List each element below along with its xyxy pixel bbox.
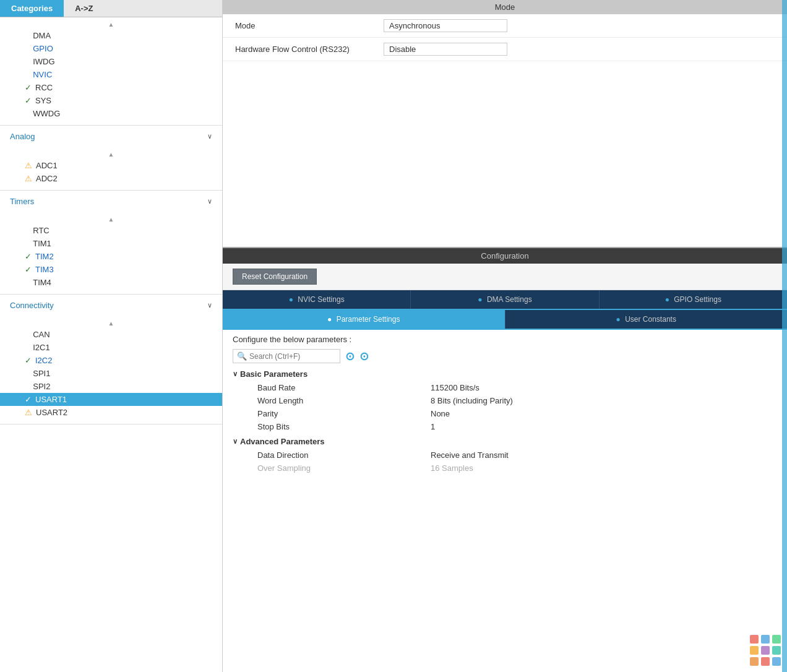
sidebar-item-tim3[interactable]: ✓ TIM3 (0, 263, 222, 276)
rtc-label: RTC (33, 226, 49, 235)
tab-check-user: ● (616, 315, 621, 324)
spi1-label: SPI1 (33, 369, 50, 378)
data-dir-value[interactable]: Receive and Transmit (431, 450, 509, 460)
sidebar-item-usart2[interactable]: ⚠ USART2 (0, 406, 222, 419)
param-row-stop: Stop Bits 1 (233, 420, 777, 433)
advanced-params-label: Advanced Parameters (240, 437, 325, 446)
sidebar-item-sys[interactable]: ✓ SYS (0, 94, 222, 107)
tab-check-nvic: ● (289, 295, 293, 304)
sys-label: SYS (35, 96, 51, 105)
sidebar-item-dma[interactable]: DMA (0, 29, 222, 42)
sidebar: Categories A->Z ▲ DMA GPIO (0, 0, 223, 672)
sidebar-item-adc2[interactable]: ⚠ ADC2 (0, 172, 222, 185)
sidebar-item-i2c2[interactable]: ✓ I2C2 (0, 354, 222, 367)
param-row-parity: Parity None (233, 407, 777, 420)
mode-spacer (223, 61, 787, 247)
parity-value[interactable]: None (431, 409, 450, 418)
analog-header[interactable]: Analog ∨ (0, 126, 222, 147)
sidebar-item-gpio[interactable]: GPIO (0, 42, 222, 55)
sidebar-item-adc1[interactable]: ⚠ ADC1 (0, 159, 222, 172)
svg-rect-2 (772, 635, 781, 644)
timers-scroll-up[interactable]: ▲ (108, 216, 114, 223)
i2c2-label: I2C2 (35, 356, 52, 365)
tab-parameter-settings[interactable]: ● Parameter Settings (223, 310, 505, 329)
timers-label: Timers (10, 197, 34, 206)
sidebar-item-can[interactable]: CAN (0, 328, 222, 341)
hw-flow-label: Hardware Flow Control (RS232) (235, 45, 384, 54)
tab-user-label: User Constants (625, 315, 676, 324)
sidebar-item-wwdg[interactable]: WWDG (0, 107, 222, 120)
tab-az[interactable]: A->Z (64, 0, 104, 17)
spi2-label: SPI2 (33, 382, 50, 391)
sidebar-item-usart1[interactable]: ✓ USART1 (0, 393, 222, 406)
connectivity-label: Connectivity (10, 301, 54, 310)
prev-nav-button[interactable]: ⊙ (345, 350, 355, 363)
spacer-i2c1 (25, 343, 29, 352)
spacer-icon3 (25, 57, 29, 66)
tab-check-gpio: ● (665, 295, 669, 304)
sidebar-item-i2c1[interactable]: I2C1 (0, 341, 222, 354)
tim1-label: TIM1 (33, 239, 51, 248)
advanced-params-header[interactable]: ∨ Advanced Parameters (233, 437, 777, 446)
section-analog: Analog ∨ ▲ ⚠ ADC1 ⚠ ADC2 (0, 126, 222, 191)
tab-nvic-settings[interactable]: ● NVIC Settings (223, 290, 411, 309)
tab-user-constants[interactable]: ● User Constants (505, 310, 788, 329)
tab-check-param: ● (327, 315, 332, 324)
basic-params-header[interactable]: ∨ Basic Parameters (233, 369, 777, 379)
word-length-value[interactable]: 8 Bits (including Parity) (431, 396, 513, 405)
sidebar-item-spi2[interactable]: SPI2 (0, 380, 222, 393)
tab-nvic-label: NVIC Settings (298, 295, 344, 304)
tab-categories[interactable]: Categories (0, 0, 64, 17)
search-input[interactable] (249, 352, 336, 361)
svg-rect-5 (772, 646, 781, 655)
analog-scroll-up[interactable]: ▲ (108, 151, 114, 158)
connectivity-header[interactable]: Connectivity ∨ (0, 295, 222, 316)
sidebar-item-tim1[interactable]: TIM1 (0, 237, 222, 250)
spacer-can (25, 330, 29, 339)
check-icon-tim2: ✓ (25, 252, 32, 261)
spacer-icon4 (25, 70, 29, 79)
sidebar-item-tim4[interactable]: TIM4 (0, 276, 222, 289)
mode-row-2: Hardware Flow Control (RS232) Disable (223, 38, 787, 61)
baud-rate-value[interactable]: 115200 Bits/s (431, 383, 480, 392)
timers-items: ▲ RTC TIM1 ✓ TIM2 ✓ T (0, 212, 222, 294)
scroll-up-icon[interactable]: ▲ (108, 21, 114, 28)
section-system: ▲ DMA GPIO IWDG (0, 17, 222, 126)
connectivity-chevron: ∨ (207, 301, 212, 309)
sidebar-item-rcc[interactable]: ✓ RCC (0, 81, 222, 94)
sidebar-item-nvic[interactable]: NVIC (0, 68, 222, 81)
timers-header[interactable]: Timers ∨ (0, 191, 222, 212)
conn-scroll-up[interactable]: ▲ (108, 320, 114, 327)
spacer-spi2 (25, 382, 29, 391)
timers-chevron: ∨ (207, 197, 212, 205)
section-timers: Timers ∨ ▲ RTC TIM1 ✓ TIM2 (0, 191, 222, 295)
search-icon: 🔍 (237, 351, 247, 361)
tab-check-dma: ● (478, 295, 482, 304)
tab-dma-settings[interactable]: ● DMA Settings (411, 290, 599, 309)
hw-flow-value: Disable (384, 43, 507, 56)
over-sampling-value: 16 Samples (431, 463, 473, 473)
sidebar-item-iwdg[interactable]: IWDG (0, 55, 222, 68)
dma-label: DMA (33, 31, 51, 40)
check-icon-sys: ✓ (25, 96, 32, 105)
spacer-tim1 (25, 239, 29, 248)
svg-rect-0 (750, 635, 759, 644)
sidebar-item-rtc[interactable]: RTC (0, 224, 222, 237)
reset-config-button[interactable]: Reset Configuration (233, 269, 317, 285)
spacer-icon2 (25, 44, 29, 53)
analog-chevron: ∨ (207, 132, 212, 140)
warning-icon-adc1: ⚠ (25, 161, 32, 170)
adc2-label: ADC2 (36, 174, 58, 183)
spacer-icon (25, 31, 29, 40)
tab-dma-label: DMA Settings (487, 295, 532, 304)
baud-rate-name: Baud Rate (257, 383, 431, 392)
tab-gpio-settings[interactable]: ● GPIO Settings (600, 290, 787, 309)
spacer-icon5 (25, 109, 29, 118)
config-tabs-row1: ● NVIC Settings ● DMA Settings ● GPIO Se… (223, 290, 787, 310)
sidebar-item-spi1[interactable]: SPI1 (0, 367, 222, 380)
tim3-label: TIM3 (35, 265, 54, 274)
iwdg-label: IWDG (33, 57, 54, 66)
stop-bits-value[interactable]: 1 (431, 422, 435, 431)
sidebar-item-tim2[interactable]: ✓ TIM2 (0, 250, 222, 263)
next-nav-button[interactable]: ⊙ (359, 350, 369, 363)
